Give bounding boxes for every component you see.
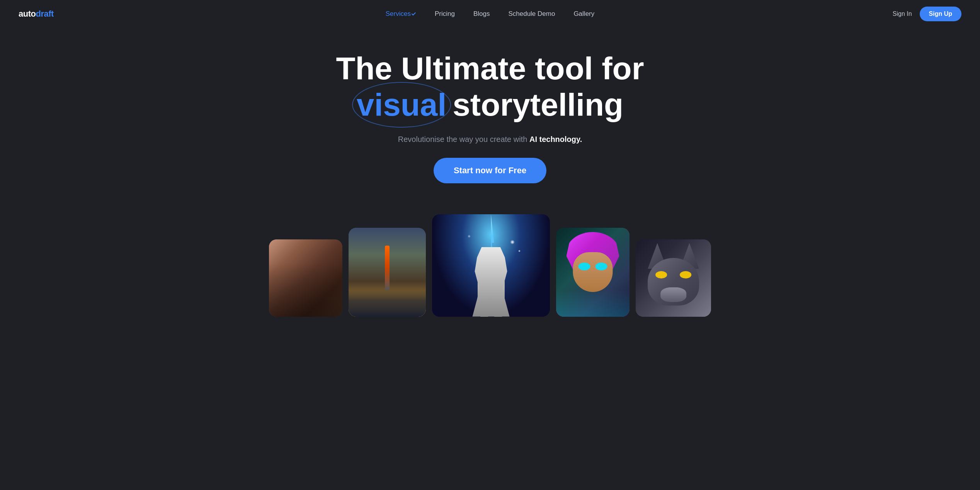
gallery-card-lighthouse [349, 228, 426, 317]
sign-up-button[interactable]: Sign Up [920, 7, 961, 21]
spark-decoration-3 [468, 235, 471, 238]
gallery-card-old-man [269, 239, 342, 317]
nav-item-blogs[interactable]: Blogs [473, 10, 490, 18]
nav-link-services[interactable]: Services [386, 10, 416, 18]
navbar: autodraft Services Pricing Blogs Schedul… [0, 0, 980, 28]
sign-in-button[interactable]: Sign In [893, 10, 912, 17]
gallery-card-anime [556, 228, 630, 317]
nav-link-gallery[interactable]: Gallery [573, 10, 594, 18]
nav-item-services[interactable]: Services [386, 10, 416, 18]
logo-auto: auto [19, 9, 36, 19]
logo-draft: draft [36, 9, 53, 19]
nav-item-gallery[interactable]: Gallery [573, 10, 594, 18]
nav-auth: Sign In Sign Up [893, 7, 961, 21]
hero-subtitle: Revolutionise the way you create with AI… [8, 135, 972, 144]
nav-link-blogs[interactable]: Blogs [473, 10, 490, 18]
nav-links: Services Pricing Blogs Schedule Demo Gal… [386, 10, 595, 18]
nav-link-schedule-demo[interactable]: Schedule Demo [508, 10, 555, 18]
gallery-card-astronaut [432, 214, 550, 317]
gallery-card-wolf [636, 239, 711, 317]
hero-section: The Ultimate tool for visual storytellin… [0, 28, 980, 191]
nav-item-schedule-demo[interactable]: Schedule Demo [508, 10, 555, 18]
hero-subtitle-highlight: AI technology. [529, 135, 582, 143]
hero-storytelling-word: storytelling [453, 86, 623, 124]
hero-visual-word: visual [357, 86, 446, 124]
nav-link-pricing[interactable]: Pricing [435, 10, 455, 18]
spark-decoration-1 [510, 240, 515, 244]
hero-title-line1: The Ultimate tool for [8, 51, 972, 86]
hero-title-line2: visual storytelling [8, 86, 972, 124]
nav-item-pricing[interactable]: Pricing [435, 10, 455, 18]
logo[interactable]: autodraft [19, 9, 54, 19]
gallery-section [0, 191, 980, 317]
chevron-down-icon [412, 11, 416, 15]
cta-button[interactable]: Start now for Free [434, 158, 546, 183]
